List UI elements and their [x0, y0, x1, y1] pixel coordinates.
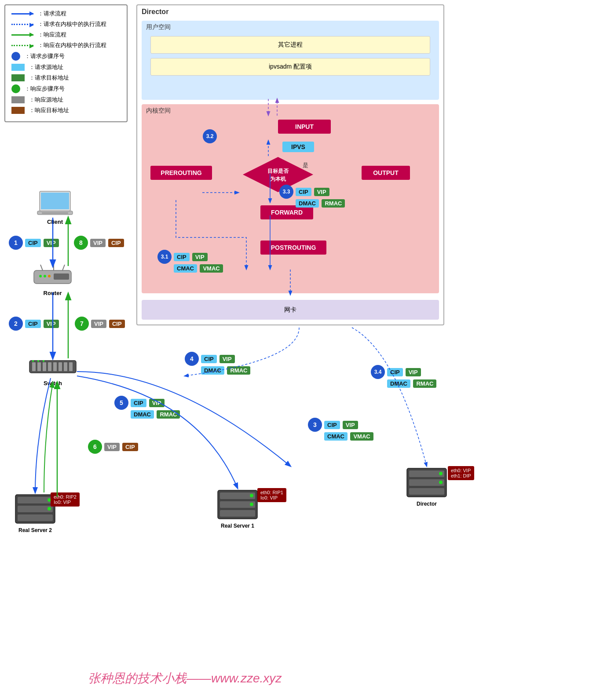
svg-rect-40 — [409, 470, 444, 477]
legend-item-resp-kernel: ：响应在内核中的执行流程 — [11, 41, 121, 49]
svg-rect-14 — [54, 273, 69, 280]
legend-label-resp-step: ：响应步骤序号 — [25, 85, 65, 93]
watermark: 张种恩的技术小栈——www.zze.xyz — [88, 670, 282, 687]
switch-device: Switch — [29, 356, 77, 386]
step-3-3-label: 3.3 CIP VIP DMAC RMAC — [279, 185, 345, 208]
svg-point-13 — [48, 275, 51, 277]
svg-rect-41 — [409, 479, 444, 486]
real-server1-label: Real Server 1 — [216, 523, 260, 529]
input-box: INPUT — [278, 120, 331, 134]
legend-label-req-flow: ：请求流程 — [38, 10, 66, 18]
step-3-2: 3.2 — [203, 129, 217, 143]
legend-label-resp-src: ：响应源地址 — [29, 96, 63, 104]
svg-point-38 — [250, 503, 253, 506]
svg-rect-36 — [220, 510, 255, 517]
svg-point-24 — [32, 360, 34, 362]
svg-rect-20 — [53, 362, 57, 371]
user-space-label: 用户空间 — [142, 21, 439, 34]
svg-text:为本机: 为本机 — [270, 176, 286, 182]
director-box: Director 用户空间 其它进程 ipvsadm 配置项 内核空间 INPU… — [136, 4, 444, 325]
svg-rect-4 — [41, 193, 69, 209]
svg-rect-29 — [18, 506, 53, 512]
legend-item-req-step: ：请求步骤序号 — [11, 52, 121, 61]
step7-label: 7 VIP CIP — [75, 317, 125, 331]
legend-item-req-src: ：请求源地址 — [11, 63, 121, 71]
kernel-space-label: 内核空间 — [142, 104, 439, 117]
legend-label-resp-flow: ：响应流程 — [38, 31, 66, 39]
real-server2-label: Real Server 2 — [13, 527, 57, 533]
svg-rect-16 — [32, 362, 36, 371]
director-server-device: Director — [405, 466, 449, 507]
switch-label: Switch — [29, 380, 77, 386]
director-title: Director — [137, 5, 443, 18]
client-device: Client — [35, 189, 75, 225]
legend-item-resp-src: ：响应源地址 — [11, 96, 121, 104]
rs2-lo0: Io0: VIP — [54, 499, 77, 505]
step-3-1-label: 3.1 CIP VIP CMAC VMAC — [157, 250, 223, 273]
rs1-info: eth0: RIP1 Io0: VIP — [257, 488, 286, 502]
legend-label-req-dst: ：请求目标地址 — [29, 74, 69, 82]
svg-rect-30 — [18, 514, 53, 521]
other-process-label: 其它进程 — [278, 41, 303, 49]
svg-rect-42 — [409, 488, 444, 495]
legend-item-resp-step: ：响应步骤序号 — [11, 84, 121, 93]
svg-point-26 — [43, 360, 44, 362]
rs2-eth0: eth0: RIP2 — [54, 494, 77, 499]
legend-label-resp-dst: ：响应目标地址 — [29, 106, 69, 114]
step2-label: 2 CIP VIP — [9, 317, 59, 331]
rs2-info: eth0: RIP2 Io0: VIP — [51, 492, 80, 507]
legend-box: ：请求流程 ：请求在内核中的执行流程 ：响应流程 ：响应在内核中的执行流程 ：请… — [4, 4, 128, 122]
step6-label: 6 VIP CIP — [88, 440, 139, 454]
svg-rect-21 — [59, 362, 62, 371]
dir-eth0: eth0: VIP — [451, 468, 471, 473]
step8-label: 8 VIP CIP — [74, 236, 124, 250]
svg-point-11 — [39, 275, 42, 277]
ipvsadm-box: ipvsadm 配置项 — [150, 58, 430, 76]
legend-label-req-step: ：请求步骤序号 — [25, 52, 65, 60]
svg-rect-28 — [18, 497, 53, 503]
svg-rect-18 — [43, 362, 46, 371]
svg-line-10 — [62, 265, 65, 270]
other-process-box: 其它进程 — [150, 36, 430, 54]
svg-point-32 — [48, 507, 51, 510]
client-label: Client — [35, 219, 75, 225]
rs1-eth0: eth0: RIP1 — [260, 490, 283, 495]
step5-label: 5 CIP VIP DMAC RMAC — [114, 396, 180, 419]
step3-label: 3 CIP VIP CMAC VMAC — [308, 418, 374, 441]
real-server1-device: Real Server 1 — [216, 488, 260, 529]
legend-item-req-dst: ：请求目标地址 — [11, 74, 121, 82]
netcard-box: 网卡 — [142, 300, 439, 320]
svg-point-12 — [44, 275, 46, 277]
output-box: OUTPUT — [362, 166, 410, 180]
svg-point-44 — [439, 481, 443, 484]
step4-label: 4 CIP VIP DMAC RMAC — [185, 352, 251, 375]
step1-label: 1 CIP VIP — [9, 236, 59, 250]
svg-rect-34 — [220, 492, 255, 499]
legend-item-resp-dst: ：响应目标地址 — [11, 106, 121, 114]
rs1-lo0: Io0: VIP — [260, 495, 283, 500]
svg-rect-17 — [37, 362, 41, 371]
router-label: Router — [32, 290, 73, 296]
dir-eth1: eth1: DIP — [451, 473, 471, 478]
legend-item-req-flow: ：请求流程 — [11, 10, 121, 18]
svg-line-8 — [40, 265, 43, 270]
svg-rect-35 — [220, 501, 255, 508]
user-space: 用户空间 其它进程 ipvsadm 配置项 — [142, 21, 439, 100]
svg-point-25 — [37, 360, 39, 362]
postrouting-box: POSTROUTING — [260, 241, 326, 255]
legend-item-resp-flow: ：响应流程 — [11, 31, 121, 39]
svg-text:目标是否: 目标是否 — [267, 168, 289, 174]
legend-label-resp-kernel: ：响应在内核中的执行流程 — [38, 41, 106, 49]
svg-point-43 — [439, 472, 443, 475]
legend-label-req-kernel: ：请求在内核中的执行流程 — [38, 20, 106, 28]
ipvs-box: IPVS — [282, 142, 314, 152]
legend-item-req-kernel: ：请求在内核中的执行流程 — [11, 20, 121, 28]
netcard-label: 网卡 — [284, 306, 296, 314]
svg-rect-19 — [48, 362, 51, 371]
router-device: Router — [32, 264, 73, 296]
svg-rect-23 — [69, 362, 73, 371]
director-info: eth0: VIP eth1: DIP — [448, 466, 474, 480]
prerouting-box: PREROUTING — [150, 166, 212, 180]
svg-rect-6 — [42, 212, 68, 214]
step3-4-label: 3.4 CIP VIP DMAC RMAC — [371, 365, 437, 388]
